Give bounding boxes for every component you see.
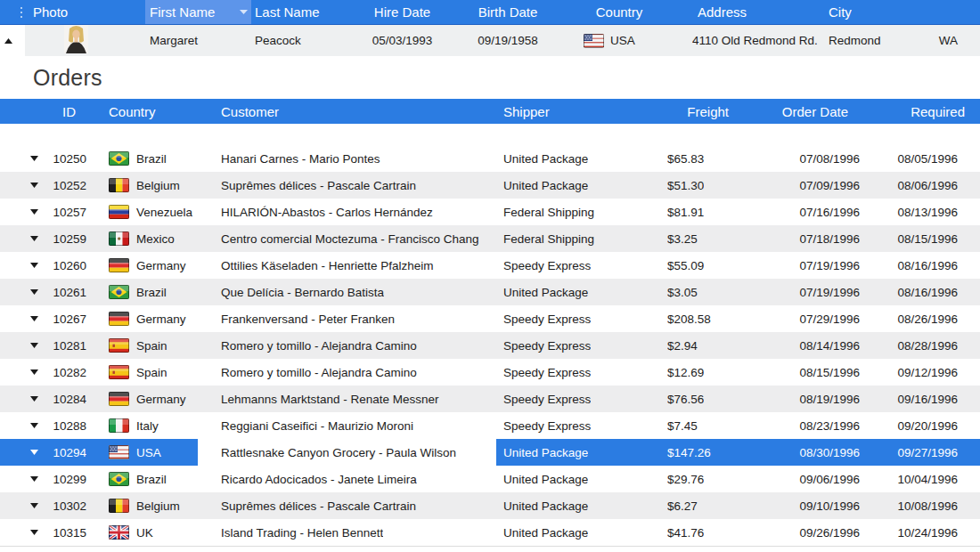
order-country-cell[interactable]: Mexico xyxy=(94,225,198,252)
order-country-cell[interactable]: Germany xyxy=(94,252,198,279)
expand-row-button[interactable] xyxy=(0,199,43,225)
column-header-first-name[interactable]: First Name xyxy=(145,0,251,24)
order-date-cell[interactable]: 07/19/1996 xyxy=(739,252,869,279)
order-shipper-cell[interactable]: Speedy Express xyxy=(496,332,664,359)
order-freight-cell[interactable]: $12.69 xyxy=(664,359,739,386)
order-shipper-cell[interactable]: Speedy Express xyxy=(496,412,664,439)
order-row[interactable]: 10267GermanyFrankenversand - Peter Frank… xyxy=(0,305,980,332)
column-header-shipper[interactable]: Shipper xyxy=(496,99,664,124)
order-freight-cell[interactable]: $147.26 xyxy=(664,439,739,466)
order-required-cell[interactable]: 09/12/1996 xyxy=(869,359,980,386)
grip-dots-icon[interactable] xyxy=(18,0,25,24)
order-shipper-cell[interactable]: Federal Shipping xyxy=(496,225,664,252)
expand-row-button[interactable] xyxy=(0,519,43,546)
order-date-cell[interactable]: 07/18/1996 xyxy=(739,225,869,252)
column-header-photo[interactable]: Photo xyxy=(25,0,145,24)
order-freight-cell[interactable]: $208.58 xyxy=(664,305,739,332)
employee-address[interactable]: 4110 Old Redmond Rd. xyxy=(677,25,820,56)
order-required-cell[interactable]: 08/28/1996 xyxy=(869,332,980,359)
order-row[interactable]: 10261BrazilQue Delícia - Bernardo Batist… xyxy=(0,279,980,305)
order-freight-cell[interactable]: $65.83 xyxy=(664,145,739,172)
order-customer-cell[interactable]: Lehmanns Marktstand - Renate Messner xyxy=(198,386,496,412)
employee-birth-date[interactable]: 09/19/1958 xyxy=(454,25,561,56)
expand-row-button[interactable] xyxy=(0,386,43,412)
order-country-cell[interactable]: USA xyxy=(94,439,198,466)
expand-row-button[interactable] xyxy=(0,412,43,439)
order-country-cell[interactable]: Brazil xyxy=(94,145,198,172)
order-id-cell[interactable]: 10294 xyxy=(43,439,94,466)
expand-row-button[interactable] xyxy=(0,252,43,279)
order-shipper-cell[interactable]: United Package xyxy=(496,145,664,172)
order-country-cell[interactable]: UK xyxy=(94,519,198,546)
order-id-cell[interactable]: 10302 xyxy=(43,492,94,519)
order-customer-cell[interactable]: Island Trading - Helen Bennett xyxy=(198,519,496,546)
order-customer-cell[interactable]: Rattlesnake Canyon Grocery - Paula Wilso… xyxy=(198,439,496,466)
expand-row-button[interactable] xyxy=(0,145,43,172)
order-date-cell[interactable]: 08/19/1996 xyxy=(739,386,869,412)
order-required-cell[interactable]: 08/16/1996 xyxy=(869,252,980,279)
order-freight-cell[interactable]: $41.76 xyxy=(664,519,739,546)
column-header-hire-date[interactable]: Hire Date xyxy=(350,0,454,24)
order-shipper-cell[interactable]: United Package xyxy=(496,519,664,546)
order-required-cell[interactable]: 09/16/1996 xyxy=(869,386,980,412)
order-shipper-cell[interactable]: United Package xyxy=(496,439,664,466)
order-id-cell[interactable]: 10260 xyxy=(43,252,94,279)
order-required-cell[interactable]: 08/05/1996 xyxy=(869,145,980,172)
order-required-cell[interactable]: 08/16/1996 xyxy=(869,279,980,305)
order-row[interactable]: 10281SpainRomero y tomillo - Alejandra C… xyxy=(0,332,980,359)
order-row[interactable]: 10282SpainRomero y tomillo - Alejandra C… xyxy=(0,359,980,386)
order-row[interactable]: 10315UKIsland Trading - Helen BennettUni… xyxy=(0,519,980,546)
order-date-cell[interactable]: 09/10/1996 xyxy=(739,492,869,519)
order-freight-cell[interactable]: $51.30 xyxy=(664,172,739,199)
order-shipper-cell[interactable]: Speedy Express xyxy=(496,305,664,332)
order-customer-cell[interactable]: Frankenversand - Peter Franken xyxy=(198,305,496,332)
order-required-cell[interactable]: 10/24/1996 xyxy=(869,519,980,546)
order-customer-cell[interactable]: HILARIÓN-Abastos - Carlos Hernández xyxy=(198,199,496,225)
order-required-cell[interactable]: 09/20/1996 xyxy=(869,412,980,439)
filter-dropdown-icon[interactable] xyxy=(240,10,248,14)
order-required-cell[interactable]: 10/08/1996 xyxy=(869,492,980,519)
column-header-state[interactable] xyxy=(900,0,980,24)
order-row[interactable]: 10257VenezuelaHILARIÓN-Abastos - Carlos … xyxy=(0,199,980,225)
expand-row-button[interactable] xyxy=(0,279,43,305)
column-header-last-name[interactable]: Last Name xyxy=(251,0,350,24)
order-id-cell[interactable]: 10315 xyxy=(43,519,94,546)
order-id-cell[interactable]: 10259 xyxy=(43,225,94,252)
order-customer-cell[interactable]: Suprêmes délices - Pascale Cartrain xyxy=(198,172,496,199)
order-date-cell[interactable]: 07/29/1996 xyxy=(739,305,869,332)
employee-last-name[interactable]: Peacock xyxy=(251,25,350,56)
column-header-address[interactable]: Address xyxy=(677,0,820,24)
order-id-cell[interactable]: 10282 xyxy=(43,359,94,386)
order-required-cell[interactable]: 09/27/1996 xyxy=(869,439,980,466)
order-id-cell[interactable]: 10252 xyxy=(43,172,94,199)
employee-first-name[interactable]: Margaret xyxy=(145,25,251,56)
order-customer-cell[interactable]: Romero y tomillo - Alejandra Camino xyxy=(198,359,496,386)
order-freight-cell[interactable]: $7.45 xyxy=(664,412,739,439)
column-header-order-country[interactable]: Country xyxy=(94,99,198,124)
order-date-cell[interactable]: 09/06/1996 xyxy=(739,466,869,492)
order-customer-cell[interactable]: Hanari Carnes - Mario Pontes xyxy=(198,145,496,172)
order-freight-cell[interactable]: $6.27 xyxy=(664,492,739,519)
order-row[interactable]: 10302BelgiumSuprêmes délices - Pascale C… xyxy=(0,492,980,519)
order-country-cell[interactable]: Brazil xyxy=(94,279,198,305)
order-date-cell[interactable]: 07/09/1996 xyxy=(739,172,869,199)
order-required-cell[interactable]: 10/04/1996 xyxy=(869,466,980,492)
order-freight-cell[interactable]: $3.25 xyxy=(664,225,739,252)
order-row[interactable]: 10294USARattlesnake Canyon Grocery - Pau… xyxy=(0,439,980,466)
order-customer-cell[interactable]: Que Delícia - Bernardo Batista xyxy=(198,279,496,305)
expand-row-button[interactable] xyxy=(0,492,43,519)
order-id-cell[interactable]: 10281 xyxy=(43,332,94,359)
order-id-cell[interactable]: 10250 xyxy=(43,145,94,172)
order-customer-cell[interactable]: Romero y tomillo - Alejandra Camino xyxy=(198,332,496,359)
order-shipper-cell[interactable]: Speedy Express xyxy=(496,386,664,412)
order-date-cell[interactable]: 07/19/1996 xyxy=(739,279,869,305)
order-date-cell[interactable]: 08/23/1996 xyxy=(739,412,869,439)
order-shipper-cell[interactable]: United Package xyxy=(496,492,664,519)
column-header-city[interactable]: City xyxy=(820,0,900,24)
expand-row-button[interactable] xyxy=(0,439,43,466)
order-shipper-cell[interactable]: Speedy Express xyxy=(496,359,664,386)
order-shipper-cell[interactable]: Federal Shipping xyxy=(496,199,664,225)
collapse-row-button[interactable] xyxy=(0,25,25,56)
order-required-cell[interactable]: 08/15/1996 xyxy=(869,225,980,252)
order-id-cell[interactable]: 10257 xyxy=(43,199,94,225)
